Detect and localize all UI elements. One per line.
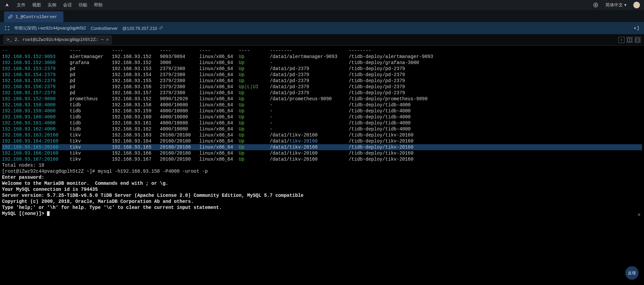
main-tab-controlserver[interactable]: 1_@ControlServer: [4, 11, 63, 22]
node-row: 192.168.93.166:20160 tikv 192.168.93.166…: [2, 150, 642, 156]
language-selector[interactable]: 简体中文 ▾: [605, 2, 627, 8]
node-row: 192.168.93.153:2379 pd 192.168.93.153 23…: [2, 66, 642, 72]
menu-item[interactable]: 帮助: [94, 2, 103, 8]
totals-line: Total nodes: 18: [2, 162, 642, 168]
node-row: 192.168.93.152:3000 grafana 192.168.93.1…: [2, 60, 642, 66]
sql-prompt-line[interactable]: MySQL [(none)]>: [2, 211, 642, 217]
cursor: [47, 211, 50, 216]
exit-icon[interactable]: [634, 25, 639, 31]
session-line: Server version: 5.7.25-TiDB-v6.5.0 TiDB …: [2, 192, 642, 198]
node-row: 192.168.93.155:2379 pd 192.168.93.155 23…: [2, 78, 642, 84]
connection-ip: @120.79.207.210: [122, 26, 163, 31]
menu-item[interactable]: 视图: [32, 2, 41, 8]
add-pane-icon[interactable]: ＋: [619, 37, 625, 43]
session-line: Type 'help;' or '\h' for help. Type '\c'…: [2, 205, 642, 211]
main-tab-label: 1_@ControlServer: [15, 14, 57, 19]
node-row: 192.168.93.154:2379 pd 192.168.93.154 23…: [2, 72, 642, 78]
link-icon: [8, 14, 13, 19]
terminal-tab-label: 2. root@iZwz92c44pvacg0qplh5t2Z: ~: [15, 37, 104, 42]
connection-region-host: 华南1(深圳) i-wz92c44pvacg0qplh5t2: [14, 25, 86, 31]
menu-item[interactable]: 功能: [78, 2, 87, 8]
session-line: Enter password:: [2, 174, 642, 180]
avatar[interactable]: [633, 2, 640, 8]
session-line: Welcome to the MariaDB monitor. Commands…: [2, 180, 642, 186]
session-line: Copyright (c) 2000, 2018, Oracle, MariaD…: [2, 198, 642, 205]
node-row: 192.168.93.157:2379 pd 192.168.93.157 23…: [2, 90, 642, 96]
close-panel-icon[interactable]: ✕: [637, 211, 641, 218]
node-row: 192.168.93.165:20160 tikv 192.168.93.165…: [2, 144, 642, 150]
node-row: 192.168.93.158:4000 tidb 192.168.93.158 …: [2, 102, 642, 108]
app-logo-icon: [4, 2, 10, 8]
link-icon: [158, 26, 163, 31]
session-line: Your MySQL connection id is 794435: [2, 186, 642, 192]
node-row: 192.168.93.162:4000 tidb 192.168.93.162 …: [2, 126, 642, 132]
node-row: 192.168.93.163:20160 tikv 192.168.93.163…: [2, 132, 642, 138]
split-horizontal-icon[interactable]: [635, 37, 641, 43]
node-row: 192.168.93.167:20160 tikv 192.168.93.167…: [2, 156, 642, 162]
terminal-tab-root[interactable]: >_ 2. root@iZwz92c44pvacg0qplh5t2Z: ~ ✕: [3, 35, 112, 45]
feedback-button[interactable]: 反馈: [625, 266, 639, 280]
chevron-down-icon: ▾: [624, 2, 627, 7]
main-tab-strip: 1_@ControlServer: [0, 10, 644, 22]
add-icon[interactable]: [593, 2, 599, 8]
node-row: 192.168.93.152:9090 prometheus 192.168.9…: [2, 96, 642, 102]
node-row: 192.168.93.159:4000 tidb 192.168.93.159 …: [2, 108, 642, 114]
terminal-output[interactable]: -- ---- ---- ---- ---- ---- -------- ---…: [0, 46, 644, 285]
menu-item[interactable]: 实例: [48, 2, 56, 8]
connection-bar: 华南1(深圳) i-wz92c44pvacg0qplh5t2 ControlSe…: [0, 22, 644, 34]
terminal-layout-icons: ＋: [619, 37, 644, 43]
fullscreen-icon[interactable]: [5, 26, 9, 31]
app-top-menu: 文件视图实例会话功能帮助 简体中文 ▾: [0, 0, 644, 10]
node-row: 192.168.93.156:2379 pd 192.168.93.156 23…: [2, 84, 642, 90]
table-header-row: -- ---- ---- ---- ---- ---- -------- ---…: [2, 48, 642, 54]
node-row: 192.168.93.160:4000 tidb 192.168.93.160 …: [2, 114, 642, 120]
node-row: 192.168.93.164:20160 tikv 192.168.93.164…: [2, 138, 642, 144]
split-vertical-icon[interactable]: [627, 37, 633, 43]
menu-item[interactable]: 文件: [17, 2, 25, 8]
node-row: 192.168.93.161:4000 tidb 192.168.93.161 …: [2, 120, 642, 126]
close-icon[interactable]: ✕: [106, 37, 109, 42]
node-row: 192.168.93.152:9093 alertmanager 192.168…: [2, 54, 642, 60]
terminal-tab-strip: >_ 2. root@iZwz92c44pvacg0qplh5t2Z: ~ ✕ …: [0, 34, 644, 46]
menu-item[interactable]: 会话: [63, 2, 72, 8]
terminal-icon: >_: [7, 37, 12, 42]
shell-prompt-line: [root@iZwz92c44pvacg0qplh5t2Z ~]# mysql …: [2, 168, 642, 174]
connection-server: ControlServer: [91, 26, 118, 31]
